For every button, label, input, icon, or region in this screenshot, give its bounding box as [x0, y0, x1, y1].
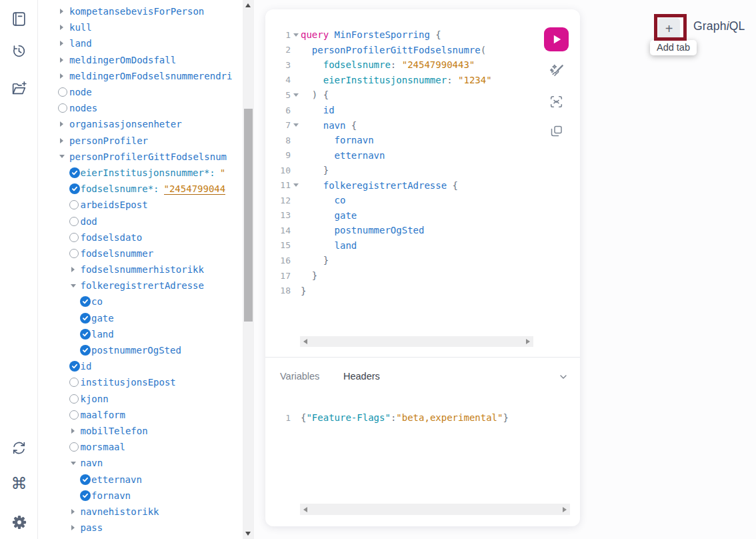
tree-item-default-value[interactable]: "2454799044	[164, 183, 226, 195]
sidebar-scrollbar-thumb[interactable]	[244, 109, 253, 322]
unchecked-circle-icon[interactable]	[69, 217, 79, 226]
folder-plus-icon[interactable]	[9, 79, 29, 98]
checked-circle-icon[interactable]	[80, 474, 91, 485]
tree-item[interactable]: fornavn	[39, 488, 243, 504]
unchecked-circle-icon[interactable]	[69, 249, 79, 258]
settings-icon[interactable]	[9, 512, 29, 532]
checked-circle-icon[interactable]	[80, 296, 91, 307]
tree-item[interactable]: fodselsdato	[39, 229, 243, 245]
tree-item[interactable]: mobilTelefon	[39, 423, 243, 439]
scroll-right-arrow-icon[interactable]	[563, 507, 567, 512]
unchecked-circle-icon[interactable]	[69, 394, 79, 404]
tree-item[interactable]: meldingerOmDodsfall	[39, 52, 243, 68]
tree-item[interactable]: arbeidsEpost	[39, 197, 243, 213]
checked-circle-icon[interactable]	[69, 167, 80, 178]
tree-item[interactable]: id	[39, 358, 243, 374]
tab-headers[interactable]: Headers	[343, 371, 380, 382]
checked-circle-icon[interactable]	[69, 183, 80, 194]
docs-icon[interactable]	[9, 9, 29, 29]
checked-circle-icon[interactable]	[80, 313, 91, 324]
tree-item[interactable]: co	[39, 294, 243, 310]
sidebar-scrollbar[interactable]	[243, 0, 254, 539]
tree-item[interactable]: kjonn	[39, 391, 243, 407]
tree-item[interactable]: navnehistorikk	[39, 504, 243, 520]
copy-button[interactable]	[547, 122, 566, 141]
collapsed-arrow-icon[interactable]	[60, 121, 63, 127]
collapsed-arrow-icon[interactable]	[60, 25, 63, 30]
history-icon[interactable]	[9, 41, 29, 61]
collapsed-arrow-icon[interactable]	[60, 41, 63, 46]
checked-circle-icon[interactable]	[80, 490, 91, 501]
unchecked-circle-icon[interactable]	[58, 87, 67, 97]
tree-item[interactable]: maalform	[39, 407, 243, 423]
code-token: id	[301, 105, 335, 115]
tree-item[interactable]: gate	[39, 310, 243, 326]
unchecked-circle-icon[interactable]	[69, 442, 79, 452]
tree-item[interactable]: personProfilerGittFodselsnum	[39, 149, 243, 165]
code-line: 17 }	[273, 268, 492, 284]
tree-item[interactable]: postnummerOgSted	[39, 342, 243, 358]
fold-arrow-icon[interactable]	[293, 183, 299, 187]
headers-editor-hscrollbar[interactable]	[300, 504, 570, 515]
expanded-arrow-icon[interactable]	[71, 462, 76, 465]
tree-item[interactable]: organisasjonsenheter	[39, 116, 243, 132]
collapsed-arrow-icon[interactable]	[71, 509, 75, 514]
tree-item[interactable]: personProfiler	[39, 133, 243, 149]
tree-item[interactable]: dod	[39, 213, 243, 229]
tree-item[interactable]: fodselsnummer	[39, 245, 243, 261]
fold-arrow-icon[interactable]	[293, 33, 299, 37]
tree-item[interactable]: institusjonsEpost	[39, 374, 243, 390]
scroll-left-arrow-icon[interactable]	[303, 339, 307, 344]
tree-item[interactable]: fodselsnummerhistorikk	[39, 261, 243, 278]
fold-arrow-icon[interactable]	[293, 93, 299, 97]
fold-arrow-icon[interactable]	[293, 123, 299, 127]
tree-item[interactable]: navn	[39, 455, 243, 471]
unchecked-circle-icon[interactable]	[58, 103, 67, 113]
keyboard-shortcuts-icon[interactable]: ⌘	[9, 474, 29, 493]
tree-item[interactable]: eierInstitusjonsnummer*:"	[39, 165, 243, 181]
tree-item[interactable]: etternavn	[39, 471, 243, 487]
collapsed-arrow-icon[interactable]	[71, 525, 75, 530]
unchecked-circle-icon[interactable]	[69, 378, 79, 387]
tree-item[interactable]: pass	[39, 520, 243, 536]
unchecked-circle-icon[interactable]	[69, 410, 79, 420]
tree-item[interactable]: land	[39, 326, 243, 342]
unchecked-circle-icon[interactable]	[69, 233, 79, 242]
tree-item[interactable]: kull	[39, 19, 243, 35]
tree-item[interactable]: kompetansebevisForPerson	[39, 3, 243, 19]
chevron-down-icon[interactable]	[558, 372, 569, 382]
tree-item-default-value[interactable]: "	[220, 167, 225, 178]
collapsed-arrow-icon[interactable]	[60, 57, 63, 63]
tab-variables[interactable]: Variables	[280, 371, 319, 382]
tree-item[interactable]: fodselsnumre*:"2454799044	[39, 181, 243, 197]
headers-editor[interactable]: 1 {"Feature-Flags":"beta,experimental"}	[273, 410, 509, 425]
tree-item[interactable]: meldingerOmFodselsnummerendri	[39, 68, 243, 84]
merge-button[interactable]	[547, 92, 566, 111]
collapsed-arrow-icon[interactable]	[60, 138, 63, 143]
tree-item[interactable]: folkeregistrertAdresse	[39, 278, 243, 294]
execute-button[interactable]	[544, 27, 569, 51]
tree-item[interactable]: node	[39, 84, 243, 100]
checked-circle-icon[interactable]	[69, 361, 80, 372]
scroll-left-arrow-icon[interactable]	[303, 507, 307, 512]
collapsed-arrow-icon[interactable]	[71, 428, 75, 434]
collapsed-arrow-icon[interactable]	[60, 73, 63, 79]
collapsed-arrow-icon[interactable]	[71, 267, 75, 272]
tree-item[interactable]: land	[39, 35, 243, 51]
expanded-arrow-icon[interactable]	[71, 284, 76, 288]
prettify-button[interactable]	[547, 62, 566, 81]
collapsed-arrow-icon[interactable]	[60, 9, 63, 14]
scroll-up-arrow-icon[interactable]	[245, 3, 251, 7]
unchecked-circle-icon[interactable]	[69, 200, 79, 209]
scroll-right-arrow-icon[interactable]	[526, 339, 530, 344]
checked-circle-icon[interactable]	[80, 345, 91, 356]
tree-item[interactable]: nodes	[39, 100, 243, 116]
scroll-down-arrow-icon[interactable]	[245, 532, 251, 536]
expanded-arrow-icon[interactable]	[59, 155, 65, 158]
tree-item[interactable]: morsmaal	[39, 439, 243, 455]
line-number: 18	[273, 286, 291, 296]
refresh-icon[interactable]	[9, 438, 29, 458]
query-editor-hscrollbar[interactable]	[300, 336, 533, 347]
checked-circle-icon[interactable]	[80, 329, 91, 340]
query-editor[interactable]: 1query MinForsteSporring {2 personProfil…	[273, 27, 492, 298]
